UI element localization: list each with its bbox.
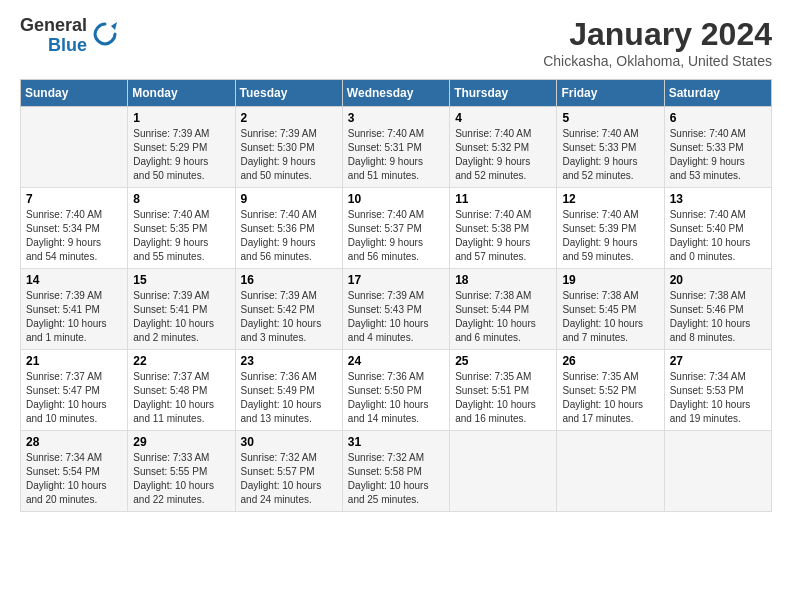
day-number: 21 (26, 354, 122, 368)
header-friday: Friday (557, 80, 664, 107)
day-info: Sunrise: 7:38 AMSunset: 5:46 PMDaylight:… (670, 289, 766, 345)
calendar-cell: 20Sunrise: 7:38 AMSunset: 5:46 PMDayligh… (664, 269, 771, 350)
day-number: 22 (133, 354, 229, 368)
day-info: Sunrise: 7:39 AMSunset: 5:41 PMDaylight:… (133, 289, 229, 345)
calendar-cell: 26Sunrise: 7:35 AMSunset: 5:52 PMDayligh… (557, 350, 664, 431)
day-number: 8 (133, 192, 229, 206)
day-number: 7 (26, 192, 122, 206)
page-header: General Blue January 2024 Chickasha, Okl… (20, 16, 772, 69)
calendar-cell: 16Sunrise: 7:39 AMSunset: 5:42 PMDayligh… (235, 269, 342, 350)
day-number: 5 (562, 111, 658, 125)
day-info: Sunrise: 7:40 AMSunset: 5:31 PMDaylight:… (348, 127, 444, 183)
day-number: 1 (133, 111, 229, 125)
calendar-week-row: 28Sunrise: 7:34 AMSunset: 5:54 PMDayligh… (21, 431, 772, 512)
calendar-cell: 8Sunrise: 7:40 AMSunset: 5:35 PMDaylight… (128, 188, 235, 269)
calendar-cell: 31Sunrise: 7:32 AMSunset: 5:58 PMDayligh… (342, 431, 449, 512)
day-info: Sunrise: 7:34 AMSunset: 5:54 PMDaylight:… (26, 451, 122, 507)
header-tuesday: Tuesday (235, 80, 342, 107)
calendar-cell: 12Sunrise: 7:40 AMSunset: 5:39 PMDayligh… (557, 188, 664, 269)
calendar-cell (21, 107, 128, 188)
day-info: Sunrise: 7:40 AMSunset: 5:34 PMDaylight:… (26, 208, 122, 264)
day-number: 6 (670, 111, 766, 125)
day-number: 17 (348, 273, 444, 287)
day-info: Sunrise: 7:38 AMSunset: 5:44 PMDaylight:… (455, 289, 551, 345)
day-info: Sunrise: 7:40 AMSunset: 5:35 PMDaylight:… (133, 208, 229, 264)
header-sunday: Sunday (21, 80, 128, 107)
day-info: Sunrise: 7:36 AMSunset: 5:49 PMDaylight:… (241, 370, 337, 426)
day-number: 19 (562, 273, 658, 287)
day-info: Sunrise: 7:40 AMSunset: 5:40 PMDaylight:… (670, 208, 766, 264)
day-info: Sunrise: 7:40 AMSunset: 5:36 PMDaylight:… (241, 208, 337, 264)
day-number: 4 (455, 111, 551, 125)
day-info: Sunrise: 7:36 AMSunset: 5:50 PMDaylight:… (348, 370, 444, 426)
calendar-week-row: 7Sunrise: 7:40 AMSunset: 5:34 PMDaylight… (21, 188, 772, 269)
day-number: 25 (455, 354, 551, 368)
day-info: Sunrise: 7:39 AMSunset: 5:41 PMDaylight:… (26, 289, 122, 345)
day-info: Sunrise: 7:37 AMSunset: 5:47 PMDaylight:… (26, 370, 122, 426)
day-number: 23 (241, 354, 337, 368)
calendar-cell: 5Sunrise: 7:40 AMSunset: 5:33 PMDaylight… (557, 107, 664, 188)
calendar-cell: 29Sunrise: 7:33 AMSunset: 5:55 PMDayligh… (128, 431, 235, 512)
day-info: Sunrise: 7:40 AMSunset: 5:37 PMDaylight:… (348, 208, 444, 264)
day-number: 31 (348, 435, 444, 449)
day-number: 29 (133, 435, 229, 449)
day-number: 27 (670, 354, 766, 368)
day-number: 30 (241, 435, 337, 449)
day-info: Sunrise: 7:35 AMSunset: 5:52 PMDaylight:… (562, 370, 658, 426)
day-number: 20 (670, 273, 766, 287)
calendar-cell: 21Sunrise: 7:37 AMSunset: 5:47 PMDayligh… (21, 350, 128, 431)
calendar-cell: 1Sunrise: 7:39 AMSunset: 5:29 PMDaylight… (128, 107, 235, 188)
day-number: 28 (26, 435, 122, 449)
day-number: 3 (348, 111, 444, 125)
day-number: 12 (562, 192, 658, 206)
calendar-cell: 13Sunrise: 7:40 AMSunset: 5:40 PMDayligh… (664, 188, 771, 269)
day-info: Sunrise: 7:38 AMSunset: 5:45 PMDaylight:… (562, 289, 658, 345)
header-wednesday: Wednesday (342, 80, 449, 107)
day-info: Sunrise: 7:37 AMSunset: 5:48 PMDaylight:… (133, 370, 229, 426)
calendar-cell: 7Sunrise: 7:40 AMSunset: 5:34 PMDaylight… (21, 188, 128, 269)
day-number: 2 (241, 111, 337, 125)
day-info: Sunrise: 7:35 AMSunset: 5:51 PMDaylight:… (455, 370, 551, 426)
day-number: 16 (241, 273, 337, 287)
day-info: Sunrise: 7:39 AMSunset: 5:42 PMDaylight:… (241, 289, 337, 345)
logo-icon (91, 20, 119, 52)
day-number: 9 (241, 192, 337, 206)
day-info: Sunrise: 7:32 AMSunset: 5:58 PMDaylight:… (348, 451, 444, 507)
day-number: 15 (133, 273, 229, 287)
calendar-cell: 17Sunrise: 7:39 AMSunset: 5:43 PMDayligh… (342, 269, 449, 350)
day-info: Sunrise: 7:34 AMSunset: 5:53 PMDaylight:… (670, 370, 766, 426)
logo: General Blue (20, 16, 119, 56)
calendar-cell (450, 431, 557, 512)
calendar-body: 1Sunrise: 7:39 AMSunset: 5:29 PMDaylight… (21, 107, 772, 512)
day-info: Sunrise: 7:39 AMSunset: 5:43 PMDaylight:… (348, 289, 444, 345)
calendar-cell: 14Sunrise: 7:39 AMSunset: 5:41 PMDayligh… (21, 269, 128, 350)
calendar-cell: 15Sunrise: 7:39 AMSunset: 5:41 PMDayligh… (128, 269, 235, 350)
day-info: Sunrise: 7:32 AMSunset: 5:57 PMDaylight:… (241, 451, 337, 507)
day-info: Sunrise: 7:40 AMSunset: 5:33 PMDaylight:… (562, 127, 658, 183)
calendar-cell: 24Sunrise: 7:36 AMSunset: 5:50 PMDayligh… (342, 350, 449, 431)
calendar-cell: 2Sunrise: 7:39 AMSunset: 5:30 PMDaylight… (235, 107, 342, 188)
logo-blue-text: Blue (48, 36, 87, 56)
calendar-cell: 11Sunrise: 7:40 AMSunset: 5:38 PMDayligh… (450, 188, 557, 269)
calendar-cell: 18Sunrise: 7:38 AMSunset: 5:44 PMDayligh… (450, 269, 557, 350)
day-number: 24 (348, 354, 444, 368)
day-info: Sunrise: 7:40 AMSunset: 5:39 PMDaylight:… (562, 208, 658, 264)
calendar-header-row: SundayMondayTuesdayWednesdayThursdayFrid… (21, 80, 772, 107)
day-info: Sunrise: 7:39 AMSunset: 5:30 PMDaylight:… (241, 127, 337, 183)
day-number: 26 (562, 354, 658, 368)
calendar-cell: 23Sunrise: 7:36 AMSunset: 5:49 PMDayligh… (235, 350, 342, 431)
header-thursday: Thursday (450, 80, 557, 107)
calendar-cell: 22Sunrise: 7:37 AMSunset: 5:48 PMDayligh… (128, 350, 235, 431)
calendar-cell: 28Sunrise: 7:34 AMSunset: 5:54 PMDayligh… (21, 431, 128, 512)
calendar-week-row: 14Sunrise: 7:39 AMSunset: 5:41 PMDayligh… (21, 269, 772, 350)
day-number: 10 (348, 192, 444, 206)
calendar-cell: 3Sunrise: 7:40 AMSunset: 5:31 PMDaylight… (342, 107, 449, 188)
calendar-cell: 9Sunrise: 7:40 AMSunset: 5:36 PMDaylight… (235, 188, 342, 269)
logo-general-text: General (20, 16, 87, 36)
day-number: 18 (455, 273, 551, 287)
calendar-week-row: 1Sunrise: 7:39 AMSunset: 5:29 PMDaylight… (21, 107, 772, 188)
calendar-cell: 10Sunrise: 7:40 AMSunset: 5:37 PMDayligh… (342, 188, 449, 269)
day-info: Sunrise: 7:40 AMSunset: 5:33 PMDaylight:… (670, 127, 766, 183)
day-number: 13 (670, 192, 766, 206)
day-number: 14 (26, 273, 122, 287)
